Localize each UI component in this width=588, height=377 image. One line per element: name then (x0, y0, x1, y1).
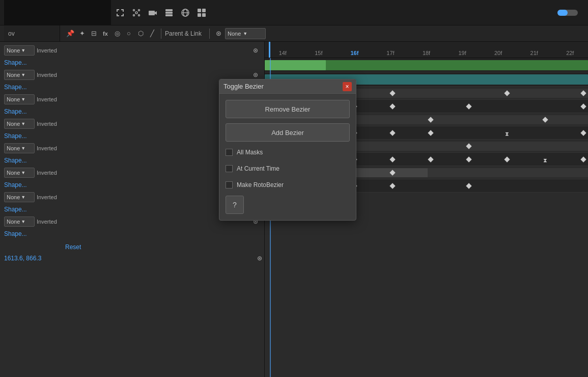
camera-icon[interactable] (146, 6, 160, 20)
svg-rect-8 (165, 14, 173, 16)
shape-link-3[interactable]: Shape... (4, 108, 27, 115)
inverted-label-6: Inverted (37, 170, 57, 176)
cube-icon[interactable]: ⬡ (135, 29, 146, 39)
all-masks-label: All Masks (237, 149, 263, 156)
remove-bezier-button[interactable]: Remove Bezier (226, 100, 350, 118)
inverted-label-2: Inverted (37, 72, 57, 78)
dropdown-arrow-icon: ▼ (243, 31, 247, 36)
timeline-header: 14f 15f 16f 17f 18f 19f 20f 21f 22f (265, 42, 588, 58)
none-dropdown-2[interactable]: None ▼ (4, 70, 35, 80)
spiral-reset[interactable]: ⊛ (255, 254, 264, 263)
fx-icon[interactable]: fx (100, 29, 110, 39)
add-bezier-button[interactable]: Add Bezier (226, 123, 350, 142)
svg-rect-14 (198, 13, 201, 17)
composition-icon[interactable] (194, 6, 209, 20)
keyframe-6-5 (428, 156, 433, 162)
modal-title: Toggle Bezier (223, 83, 264, 90)
keyframe-6-4 (389, 156, 395, 162)
all-masks-row: All Masks (226, 147, 350, 158)
none-dropdown-7[interactable]: None ▼ (4, 192, 35, 202)
reset-link[interactable]: Reset (4, 244, 81, 251)
shape-link-8[interactable]: Shape... (4, 230, 27, 237)
inverted-label-5: Inverted (37, 145, 57, 151)
keyframe-4-5 (428, 130, 433, 136)
inverted-label-8: Inverted (37, 219, 57, 225)
keyframe-6-6 (466, 156, 471, 162)
dropdown-arrow-icon: ▼ (21, 195, 25, 200)
modal-close-button[interactable]: × (343, 82, 352, 91)
circle-icon[interactable]: ○ (124, 29, 134, 39)
dropdown-arrow-icon: ▼ (21, 219, 25, 224)
shape-link-1[interactable]: Shape... (4, 59, 27, 66)
keyframe-4-4 (389, 130, 395, 136)
spiral-1[interactable]: ⊛ (251, 46, 260, 55)
ruler-20f: 20f (480, 50, 516, 56)
parent-link-label: Parent & Link (165, 30, 202, 37)
none-dropdown-header[interactable]: None ▼ (225, 28, 266, 39)
transform-icon[interactable] (113, 6, 127, 20)
svg-point-1 (133, 9, 135, 11)
coords-text: 1613.6, 866.3 (4, 255, 41, 262)
layers-icon[interactable] (162, 6, 176, 20)
svg-rect-5 (149, 11, 155, 15)
make-rotobezier-row: Make RotoBezier (226, 179, 350, 191)
ruler-18f: 18f (408, 50, 444, 56)
all-masks-checkbox[interactable] (226, 149, 233, 156)
svg-point-0 (135, 12, 137, 14)
slider-icon[interactable]: ⊟ (89, 29, 99, 39)
dropdown-arrow-icon: ▼ (21, 146, 25, 151)
layer-name-label: ov (8, 30, 15, 37)
svg-point-2 (138, 9, 140, 11)
at-current-time-label: At Current Time (237, 165, 279, 172)
keyframe-6-8 (580, 156, 586, 162)
svg-point-4 (138, 14, 140, 16)
dropdown-arrow-icon: ▼ (21, 72, 25, 77)
none-dropdown-6[interactable]: None ▼ (4, 168, 35, 178)
shape-link-2[interactable]: Shape... (4, 84, 27, 91)
pen-icon[interactable]: ╱ (147, 29, 157, 39)
svg-point-3 (133, 14, 135, 16)
keyframe-2-4 (580, 103, 586, 109)
ruler-22f: 22f (552, 50, 589, 56)
keyframe-4-6 (580, 130, 586, 136)
shape-link-4[interactable]: Shape... (4, 132, 27, 140)
none-dropdown-8[interactable]: None ▼ (4, 217, 35, 227)
svg-rect-7 (165, 12, 173, 14)
shape-link-7[interactable]: Shape... (4, 206, 27, 213)
ruler-15f: 15f (301, 50, 337, 56)
none-dropdown-4[interactable]: None ▼ (4, 119, 35, 129)
shape-link-5[interactable]: Shape... (4, 157, 27, 164)
top-toolbar (0, 0, 588, 25)
svg-rect-12 (198, 9, 201, 12)
dropdown-arrow-icon: ▼ (21, 48, 25, 53)
inverted-label-1: Inverted (37, 47, 57, 53)
modal-body: Remove Bezier Add Bezier All Masks At Cu… (219, 94, 356, 220)
dropdown-arrow-icon: ▼ (21, 170, 25, 175)
inverted-label-7: Inverted (37, 194, 57, 200)
timeline-ruler: 14f 15f 16f 17f 18f 19f 20f 21f 22f (265, 42, 588, 58)
at-current-time-checkbox[interactable] (226, 165, 233, 172)
make-rotobezier-label: Make RotoBezier (237, 181, 284, 188)
svg-rect-6 (165, 9, 173, 11)
modal-dialog: Toggle Bezier × Remove Bezier Add Bezier… (219, 79, 356, 221)
keyframe-2-2 (389, 103, 395, 109)
make-rotobezier-checkbox[interactable] (226, 181, 233, 188)
shape-link-6[interactable]: Shape... (4, 181, 27, 188)
ruler-17f: 17f (373, 50, 409, 56)
inverted-label-3: Inverted (37, 96, 57, 102)
keyframe-6-7 (504, 156, 510, 162)
none-dropdown-5[interactable]: None ▼ (4, 143, 35, 153)
pin-icon[interactable]: 📌 (65, 29, 75, 39)
none-dropdown-1[interactable]: None ▼ (4, 45, 35, 56)
second-toolbar: ov 📌 ✦ ⊟ fx ◎ ○ ⬡ ╱ Parent & Link ⊛ None… (0, 25, 588, 42)
particle-icon[interactable] (129, 6, 144, 20)
help-button[interactable]: ? (226, 196, 244, 214)
svg-rect-13 (202, 9, 206, 12)
spiral-2[interactable]: ⊛ (251, 70, 260, 79)
globe-icon[interactable] (178, 6, 192, 20)
mask-circle-icon[interactable]: ◎ (112, 29, 122, 39)
star-icon[interactable]: ✦ (77, 29, 87, 39)
none-dropdown-3[interactable]: None ▼ (4, 94, 35, 104)
ruler-19f: 19f (444, 50, 481, 56)
spiral-icon[interactable]: ⊛ (213, 29, 223, 39)
